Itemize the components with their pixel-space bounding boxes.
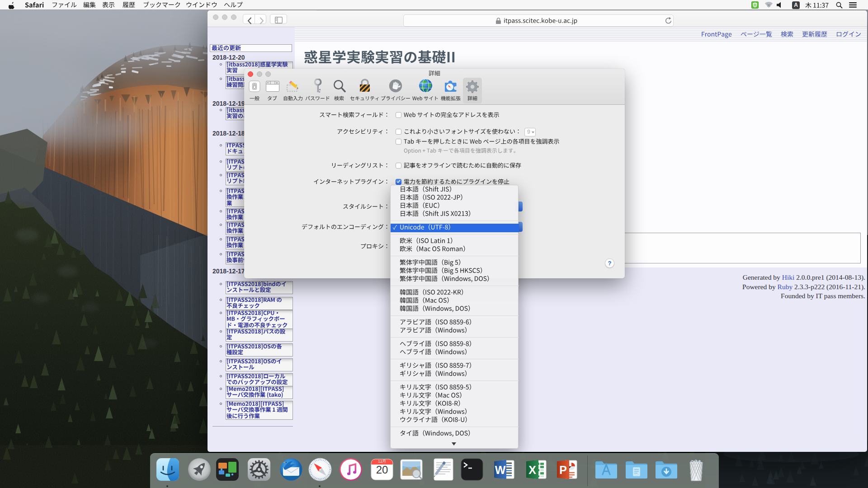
svg-text:W: W (495, 464, 506, 476)
svg-text:P: P (559, 464, 567, 476)
svg-text:X: X (528, 464, 536, 476)
